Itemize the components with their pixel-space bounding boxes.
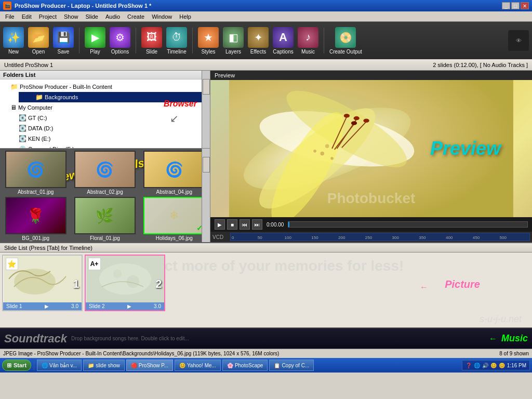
svg-point-23: [113, 270, 122, 278]
tree-item-builtin[interactable]: 📁 ProShow Producer - Built-In Content: [10, 82, 208, 92]
slide1-number: 1: [73, 277, 79, 291]
soundtrack-drop-zone[interactable]: Drop background songs here. Double click…: [71, 336, 485, 341]
create-output-button[interactable]: 📀 Create Output: [329, 27, 362, 55]
status-bar: JPEG Image - ProShow Producer - Built-In…: [0, 349, 532, 358]
thumbnail-floral[interactable]: 🌿 Floral_01.jpg: [71, 197, 138, 241]
music-label: Music: [301, 49, 315, 55]
svg-point-11: [344, 114, 350, 118]
music-icon: ♪: [298, 27, 318, 48]
left-panel: Folders List 📁 ProShow Producer - Built-…: [0, 71, 210, 242]
menu-create[interactable]: Create: [124, 13, 148, 20]
thumb-scrollbar-thumb[interactable]: [203, 157, 210, 172]
menu-audio[interactable]: Audio: [102, 13, 123, 20]
time-display: 0:00.00: [267, 222, 284, 228]
tree-item-f[interactable]: 💿 Compact Disc (F:): [19, 144, 208, 149]
drive-d-icon: 💽: [19, 124, 26, 133]
status-right: 8 of 9 shown: [499, 351, 529, 356]
play-label: Play: [90, 49, 100, 55]
vcd-ruler: VCD 0 50 100 150 200 250 300 350 400 450…: [210, 232, 532, 242]
svg-point-12: [363, 118, 369, 123]
ruler-150: 150: [311, 235, 318, 240]
ruler-100: 100: [285, 235, 291, 240]
slide-item-2[interactable]: A+ 2 Slide 2 ▶ 3.0: [85, 255, 165, 311]
project-name: Untitled ProShow 1: [4, 62, 53, 68]
svg-point-17: [325, 144, 329, 149]
taskbar-item-proshow[interactable]: 🔴 ProShow P...: [126, 360, 173, 371]
captions-button[interactable]: A Captions: [273, 27, 294, 55]
taskbar-item-internet[interactable]: 🌐 Văn bản v...: [37, 360, 82, 371]
tree-item-e[interactable]: 💽 KEN (E:): [19, 134, 208, 144]
yahoo-taskbar-icon: 😊: [179, 363, 185, 368]
taskbar-item-copy[interactable]: 📋 Copy of C...: [269, 360, 314, 371]
taskbar-item-photoscape[interactable]: 🌸 PhotoScape: [222, 360, 268, 371]
timeline-label: Timeline: [167, 49, 186, 55]
styles-label: Styles: [201, 49, 215, 55]
timeline-button[interactable]: ⏱ Timeline: [166, 27, 187, 55]
music-annotation-label: Music: [501, 333, 528, 344]
thumbnails-scrollbar[interactable]: [202, 149, 210, 242]
open-button[interactable]: 📂 Open: [28, 27, 49, 55]
preview-timeline-track[interactable]: [288, 221, 528, 228]
save-label: Save: [58, 49, 70, 55]
thumbnail-label-holidays: Holidays_06.jpg: [156, 235, 193, 241]
folders-scrollbar[interactable]: [202, 71, 210, 148]
slide1-play-icon[interactable]: ▶: [45, 303, 49, 309]
effects-button[interactable]: ✦ Effects: [248, 27, 269, 55]
play-preview-button[interactable]: ▶: [215, 219, 225, 230]
thumbnail-label-abstract1: Abstract_01.jpg: [18, 189, 54, 195]
close-button[interactable]: ✕: [521, 2, 529, 9]
maximize-button[interactable]: □: [511, 2, 520, 9]
photoscape-taskbar-icon: 🌸: [227, 363, 233, 368]
output-label: Create Output: [329, 49, 362, 55]
stop-preview-button[interactable]: ■: [227, 219, 237, 230]
prev-frame-button[interactable]: ⏮: [240, 219, 250, 230]
taskbar-item-slideshow[interactable]: 📁 slide show: [83, 360, 125, 371]
layers-button[interactable]: ◧ Layers: [223, 27, 244, 55]
save-button[interactable]: 💾 Save: [53, 27, 74, 55]
slide-item-1[interactable]: ⭐ 1 Slide 1 ▶ 3.0: [2, 255, 83, 311]
tree-item-c[interactable]: 💽 GT (C:): [19, 113, 208, 123]
thumbnail-abstract2[interactable]: 🌀 Abstract_02.jpg: [71, 151, 138, 195]
slide2-duration: 3.0: [154, 303, 161, 309]
slide1-duration: 3.0: [71, 303, 78, 309]
menu-edit[interactable]: Edit: [19, 13, 35, 20]
tree-item-d[interactable]: 💽 DATA (D:): [19, 123, 208, 134]
slide-button[interactable]: 🖼 Slide: [141, 27, 162, 55]
thumbnail-label-abstract2: Abstract_02.jpg: [87, 189, 123, 195]
menu-slide[interactable]: Slide: [82, 13, 101, 20]
thumbnail-bg001[interactable]: 🌹 BG_001.jpg: [2, 197, 69, 241]
new-button[interactable]: ✨ New: [3, 27, 24, 55]
music-button[interactable]: ♪ Music: [298, 27, 318, 55]
window-controls[interactable]: _ □ ✕: [502, 2, 529, 9]
start-button[interactable]: ⊞ Start: [2, 360, 31, 371]
styles-button[interactable]: ★ Styles: [198, 27, 219, 55]
menu-window[interactable]: Window: [149, 13, 175, 20]
thumbnails-grid: 🌀 Abstract_01.jpg 🌀 Abstract_02.jpg 🌀 Ab…: [0, 149, 210, 242]
start-icon: ⊞: [7, 362, 11, 369]
taskbar-item-yahoo[interactable]: 😊 Yahoo! Me...: [175, 360, 221, 371]
copy-taskbar-icon: 📋: [274, 363, 280, 368]
scrollbar-thumb[interactable]: [203, 79, 210, 95]
thumbnail-abstract1[interactable]: 🌀 Abstract_01.jpg: [2, 151, 69, 195]
taskbar-vanbv-label: Văn bản v...: [49, 363, 77, 368]
next-frame-button[interactable]: ⏭: [252, 219, 262, 230]
options-button[interactable]: ⚙ Options: [110, 27, 130, 55]
thumbnail-image-holidays: ❄ ✓: [143, 197, 205, 234]
menu-file[interactable]: File: [2, 13, 18, 20]
thumbnail-label-floral: Floral_01.jpg: [90, 235, 120, 241]
menu-project[interactable]: Project: [36, 13, 60, 20]
tree-item-label: ProShow Producer - Built-In Content: [20, 82, 112, 91]
new-label: New: [8, 49, 19, 55]
thumbnail-holidays[interactable]: ❄ ✓ Holidays_06.jpg: [141, 197, 208, 241]
effects-icon: ✦: [248, 27, 269, 48]
slide-icon: 🖼: [141, 27, 162, 48]
minimize-button[interactable]: _: [502, 2, 510, 9]
picture-annotation-arrow: ←: [420, 283, 428, 292]
slide2-play-icon[interactable]: ▶: [127, 303, 131, 309]
menu-help[interactable]: Help: [176, 13, 194, 20]
slide1-star-icon: ⭐: [6, 258, 18, 270]
thumbnail-abstract4[interactable]: 🌀 Abstract_04.jpg: [141, 151, 208, 195]
svg-point-16: [313, 150, 316, 153]
play-button[interactable]: ▶ Play: [85, 27, 105, 55]
menu-show[interactable]: Show: [61, 13, 82, 20]
